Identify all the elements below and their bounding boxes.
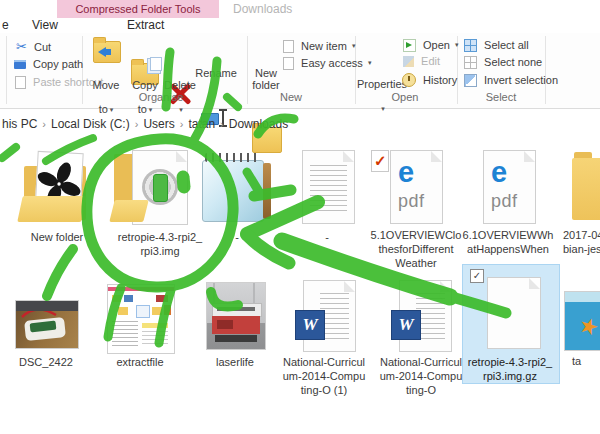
chevron-down-icon: ▾: [110, 106, 114, 113]
ribbon-separator: [545, 36, 546, 104]
edit-icon: [403, 56, 414, 67]
chevron-right-icon: ›: [42, 118, 46, 130]
file-label: New folder: [7, 230, 107, 244]
ribbon-separator: [6, 36, 7, 104]
file-label: DSC_2422: [0, 355, 94, 369]
file-label: -: [277, 230, 377, 244]
easy-access-icon: [283, 57, 294, 70]
select-none-icon: [464, 56, 477, 69]
edge-pdf-file-icon: e pdf: [390, 150, 443, 224]
word-file-icon: W: [399, 280, 452, 352]
chevron-down-icon: ▾: [352, 42, 356, 49]
new-item-button[interactable]: New item ▾: [283, 39, 355, 53]
breadcrumb-tatan[interactable]: tatan: [188, 117, 215, 131]
file-label: 5.1OVERVIEWClo thesforDifferent Weather: [366, 228, 466, 270]
breadcrumb-local-disk[interactable]: Local Disk (C:): [51, 117, 130, 131]
edge-logo-icon: e: [491, 158, 507, 187]
invert-selection-icon: [464, 74, 477, 87]
history-icon: [402, 73, 416, 87]
chevron-down-icon: ▾: [455, 41, 459, 48]
select-all-button[interactable]: Select all: [464, 38, 529, 52]
chevron-down-icon: ▾: [381, 105, 385, 112]
tab-extract[interactable]: Extract: [127, 18, 164, 33]
copy-path-button[interactable]: Copy path: [14, 57, 83, 70]
group-label-open: Open: [365, 91, 445, 103]
chevron-right-icon: ›: [180, 118, 184, 130]
folder-front-flap: [17, 196, 87, 222]
word-logo-icon: W: [391, 310, 421, 340]
group-label-select: Select: [461, 91, 541, 103]
file-label: 6.1OVERVIEWWh atHappensWhen: [458, 228, 558, 256]
file-label: 2017-04 bian-jes: [563, 228, 600, 256]
tab-share-partial[interactable]: e: [2, 18, 9, 33]
cut-button[interactable]: ✂ Cut: [16, 39, 51, 54]
new-item-icon: [283, 40, 294, 53]
folder-icon: [572, 158, 600, 220]
open-button[interactable]: Open ▾: [403, 38, 459, 52]
edit-button[interactable]: Edit: [403, 54, 440, 67]
gz-file-icon: [487, 277, 541, 349]
breadcrumb-users[interactable]: Users: [143, 117, 174, 131]
screenshot-thumbnail: [107, 284, 175, 354]
open-icon: [403, 39, 416, 52]
edge-pdf-file-icon: e pdf: [483, 150, 536, 224]
file-label: extractfile: [90, 355, 190, 369]
chevron-down-icon: ▾: [149, 106, 153, 113]
move-to-folder-icon: [93, 41, 121, 63]
starfish-icon: ★: [575, 312, 600, 343]
edge-logo-icon: e: [398, 158, 414, 187]
word-file-icon: W: [303, 280, 356, 352]
photo-thumbnail: [15, 300, 79, 349]
invert-selection-button[interactable]: Invert selection: [464, 73, 558, 87]
notepad-icon: [199, 151, 273, 225]
chevron-right-icon: ›: [220, 118, 224, 130]
ribbon: ✂ Cut Copy path Paste shortcut Move to▾ …: [0, 33, 600, 109]
breadcrumb: his PC›Local Disk (C:)›Users›tatan›Downl…: [2, 117, 293, 131]
paste-shortcut-icon: [15, 76, 26, 89]
tab-view[interactable]: View: [32, 18, 58, 33]
group-label-organise: Organise: [121, 91, 201, 103]
history-button[interactable]: History: [402, 73, 457, 87]
file-label: National-Curricul um-2014-Compu ting-O: [371, 355, 471, 397]
pdf-text: pdf: [398, 191, 425, 212]
photo-thumbnail: ★: [564, 291, 600, 351]
arrow-left-icon: [98, 47, 106, 57]
file-label: ta: [572, 354, 600, 368]
text-file-icon: [302, 150, 355, 224]
window-title: Downloads: [233, 2, 292, 16]
select-none-button[interactable]: Select none: [464, 55, 542, 69]
disc-label-icon: [153, 174, 168, 202]
photo-thumbnail: [206, 282, 266, 350]
file-label: laserlife: [185, 355, 285, 369]
word-logo-icon: W: [295, 310, 325, 340]
red-check-icon: ✓: [374, 152, 387, 170]
scissors-icon: ✂: [16, 39, 27, 54]
folder-front-flap: [109, 200, 148, 222]
copy-path-icon: [14, 60, 26, 69]
breadcrumb-this-pc[interactable]: his PC: [2, 117, 37, 131]
chevron-down-icon: ▾: [179, 106, 183, 113]
file-label: -: [187, 230, 287, 244]
marker-ray: [47, 249, 73, 296]
contextual-tab-header[interactable]: Compressed Folder Tools: [57, 0, 219, 18]
pdf-text: pdf: [491, 191, 518, 212]
group-label-new: New: [251, 91, 331, 103]
chevron-right-icon: ›: [135, 118, 139, 130]
select-all-icon: [464, 39, 477, 52]
breadcrumb-downloads[interactable]: Downloads: [229, 117, 288, 131]
file-label: National-Curricul um-2014-Compu ting-O (…: [274, 355, 374, 397]
checkbox-checked[interactable]: ✓: [470, 269, 484, 283]
properties-icon: ✓: [371, 150, 389, 172]
file-label: retropie-4.3-rpi2_ rpi3.img.gz: [462, 355, 558, 383]
